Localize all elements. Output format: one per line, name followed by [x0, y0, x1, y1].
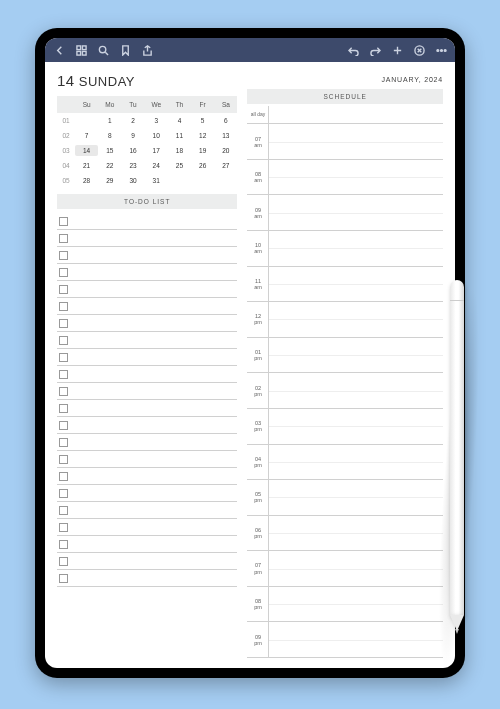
todo-item[interactable]	[57, 400, 237, 417]
calendar-day[interactable]: 10	[145, 130, 168, 141]
calendar-day[interactable]: 22	[98, 160, 121, 171]
todo-checkbox[interactable]	[59, 421, 68, 430]
calendar-day[interactable]: 13	[214, 130, 237, 141]
todo-checkbox[interactable]	[59, 557, 68, 566]
calendar-day[interactable]: 17	[145, 145, 168, 156]
todo-checkbox[interactable]	[59, 506, 68, 515]
schedule-hour-row[interactable]: 02pm	[247, 373, 443, 409]
redo-icon[interactable]	[369, 44, 381, 56]
back-icon[interactable]	[53, 44, 65, 56]
calendar-day[interactable]: 1	[98, 115, 121, 126]
add-icon[interactable]	[391, 44, 403, 56]
schedule-allday-row[interactable]: all day	[247, 106, 443, 124]
schedule-hour-row[interactable]: 08pm	[247, 587, 443, 623]
todo-item[interactable]	[57, 366, 237, 383]
todo-checkbox[interactable]	[59, 251, 68, 260]
schedule-hour-row[interactable]: 05pm	[247, 480, 443, 516]
schedule-hour-row[interactable]: 12pm	[247, 302, 443, 338]
todo-item[interactable]	[57, 519, 237, 536]
todo-item[interactable]	[57, 468, 237, 485]
schedule-hour-row[interactable]: 04pm	[247, 445, 443, 481]
todo-item[interactable]	[57, 349, 237, 366]
schedule-slot[interactable]	[269, 338, 443, 373]
schedule-slot[interactable]	[269, 373, 443, 408]
calendar-day[interactable]: 5	[191, 115, 214, 126]
todo-item[interactable]	[57, 485, 237, 502]
calendar-day[interactable]: 14	[75, 145, 98, 156]
todo-item[interactable]	[57, 570, 237, 587]
mini-calendar[interactable]: Su Mo Tu We Th Fr Sa 0112345602789101112…	[57, 96, 237, 188]
todo-checkbox[interactable]	[59, 217, 68, 226]
schedule-slot[interactable]	[269, 302, 443, 337]
schedule-slot[interactable]	[269, 195, 443, 230]
more-icon[interactable]	[435, 44, 447, 56]
todo-item[interactable]	[57, 502, 237, 519]
schedule-slot[interactable]	[269, 480, 443, 515]
todo-item[interactable]	[57, 332, 237, 349]
calendar-day[interactable]: 21	[75, 160, 98, 171]
calendar-day[interactable]: 31	[145, 175, 168, 186]
grid-icon[interactable]	[75, 44, 87, 56]
todo-checkbox[interactable]	[59, 336, 68, 345]
todo-item[interactable]	[57, 383, 237, 400]
todo-checkbox[interactable]	[59, 387, 68, 396]
todo-checkbox[interactable]	[59, 285, 68, 294]
todo-checkbox[interactable]	[59, 574, 68, 583]
todo-item[interactable]	[57, 230, 237, 247]
todo-item[interactable]	[57, 281, 237, 298]
calendar-day[interactable]: 3	[145, 115, 168, 126]
todo-item[interactable]	[57, 434, 237, 451]
calendar-day[interactable]: 12	[191, 130, 214, 141]
schedule-slot[interactable]	[269, 445, 443, 480]
todo-checkbox[interactable]	[59, 472, 68, 481]
todo-item[interactable]	[57, 247, 237, 264]
todo-item[interactable]	[57, 553, 237, 570]
calendar-day[interactable]: 27	[214, 160, 237, 171]
todo-checkbox[interactable]	[59, 540, 68, 549]
calendar-day[interactable]: 11	[168, 130, 191, 141]
todo-item[interactable]	[57, 264, 237, 281]
todo-checkbox[interactable]	[59, 302, 68, 311]
calendar-day[interactable]: 30	[121, 175, 144, 186]
todo-item[interactable]	[57, 451, 237, 468]
schedule-hour-row[interactable]: 11am	[247, 267, 443, 303]
schedule-hour-row[interactable]: 09pm	[247, 622, 443, 658]
calendar-day[interactable]: 16	[121, 145, 144, 156]
calendar-day[interactable]: 26	[191, 160, 214, 171]
schedule-hour-row[interactable]: 07am	[247, 124, 443, 160]
todo-item[interactable]	[57, 417, 237, 434]
todo-item[interactable]	[57, 213, 237, 230]
calendar-day[interactable]: 25	[168, 160, 191, 171]
calendar-day[interactable]: 28	[75, 175, 98, 186]
calendar-day[interactable]: 29	[98, 175, 121, 186]
bookmark-icon[interactable]	[119, 44, 131, 56]
todo-checkbox[interactable]	[59, 319, 68, 328]
search-icon[interactable]	[97, 44, 109, 56]
calendar-day[interactable]: 18	[168, 145, 191, 156]
todo-checkbox[interactable]	[59, 523, 68, 532]
schedule-hour-row[interactable]: 06pm	[247, 516, 443, 552]
todo-checkbox[interactable]	[59, 404, 68, 413]
close-icon[interactable]	[413, 44, 425, 56]
schedule-slot[interactable]	[269, 267, 443, 302]
schedule-slot[interactable]	[269, 106, 443, 123]
todo-checkbox[interactable]	[59, 268, 68, 277]
undo-icon[interactable]	[347, 44, 359, 56]
schedule-hour-row[interactable]: 01pm	[247, 338, 443, 374]
calendar-day[interactable]: 24	[145, 160, 168, 171]
schedule-slot[interactable]	[269, 124, 443, 159]
todo-checkbox[interactable]	[59, 438, 68, 447]
schedule-slot[interactable]	[269, 587, 443, 622]
schedule-slot[interactable]	[269, 622, 443, 657]
schedule-hour-row[interactable]: 10am	[247, 231, 443, 267]
schedule-slot[interactable]	[269, 409, 443, 444]
schedule-hour-row[interactable]: 09am	[247, 195, 443, 231]
todo-checkbox[interactable]	[59, 370, 68, 379]
calendar-day[interactable]: 8	[98, 130, 121, 141]
calendar-day[interactable]: 23	[121, 160, 144, 171]
todo-checkbox[interactable]	[59, 234, 68, 243]
todo-checkbox[interactable]	[59, 455, 68, 464]
calendar-day[interactable]: 7	[75, 130, 98, 141]
calendar-day[interactable]: 19	[191, 145, 214, 156]
todo-item[interactable]	[57, 536, 237, 553]
